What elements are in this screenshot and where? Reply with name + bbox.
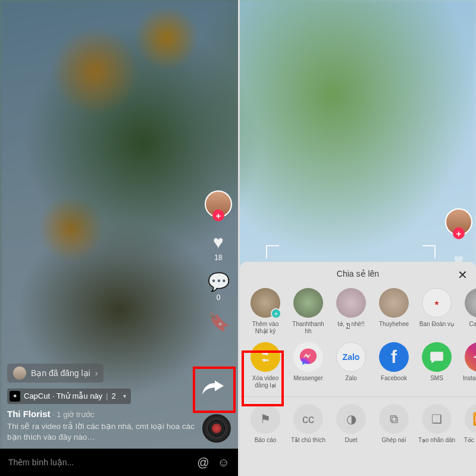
contact-item[interactable]: Thuyhehee xyxy=(374,288,414,335)
capcut-icon: ✦ xyxy=(10,391,20,402)
contact-item[interactable]: ★ Ban Đoàn vụ xyxy=(417,288,456,335)
sticker-button[interactable]: ❏ Tạo nhãn dán xyxy=(417,404,456,451)
timestamp: 1 giờ trước xyxy=(57,410,94,419)
share-messenger[interactable]: Messenger xyxy=(289,342,328,389)
video-description: Thi sẽ ra video trả lời các bạn nhá, cmt… xyxy=(7,421,196,443)
remove-repost-highlight xyxy=(242,350,284,406)
sheet-title: Chia sẻ lên xyxy=(337,269,379,278)
report-button[interactable]: ⚑ Báo cáo xyxy=(246,404,285,451)
mention-icon[interactable]: @ xyxy=(197,456,209,469)
capcut-label: CapCut · Thử mẫu này xyxy=(24,392,102,400)
comment-bar[interactable]: Thêm bình luận... @ ☺ xyxy=(0,449,238,476)
speed-icon: ⏩ xyxy=(465,404,476,434)
follow-plus-icon[interactable]: + xyxy=(453,227,465,239)
speed-button[interactable]: ⏩ Tốc đ phát l xyxy=(460,404,476,451)
like-count: 18 xyxy=(214,253,222,262)
repost-avatar xyxy=(13,367,26,380)
repost-label: Bạn đã đăng lại xyxy=(31,368,90,378)
author-avatar[interactable]: + xyxy=(205,190,232,218)
focus-bracket xyxy=(422,245,436,258)
right-screenshot: + ♥ Chia sẻ lên ✕ + Thêm vào Nhật ký Tha… xyxy=(240,0,476,476)
add-badge-icon: + xyxy=(271,308,281,319)
zalo-icon: Zalo xyxy=(336,342,366,372)
facebook-icon: f xyxy=(379,342,409,372)
left-screenshot: + ♥ 18 💬 0 🔖 Bạn đã đăng lại › ✦ CapCut … xyxy=(0,0,238,476)
instagram-icon xyxy=(465,342,476,372)
video-meta: Bạn đã đăng lại › ✦ CapCut · Thử mẫu này… xyxy=(7,364,196,443)
duet-icon: ◑ xyxy=(336,404,366,434)
focus-bracket xyxy=(266,245,279,258)
messenger-icon xyxy=(293,342,323,372)
action-rail-right: + ♥ xyxy=(445,208,472,270)
chevron-right-icon: › xyxy=(95,368,98,378)
sms-icon xyxy=(422,342,452,372)
close-icon[interactable]: ✕ xyxy=(458,268,468,282)
music-disc[interactable] xyxy=(202,414,231,443)
contact-item[interactable]: CaTuon xyxy=(460,288,476,335)
repost-tag[interactable]: Bạn đã đăng lại › xyxy=(7,364,104,383)
share-actions-row: ⚑ Báo cáo cc Tắt chú thích ◑ Duet ⧉ Ghép… xyxy=(240,402,476,456)
comment-icon[interactable]: 💬 xyxy=(208,271,230,292)
share-zalo[interactable]: Zalo Zalo xyxy=(331,342,371,389)
comment-placeholder: Thêm bình luận... xyxy=(8,458,74,467)
capcut-chip[interactable]: ✦ CapCut · Thử mẫu này | 2 ▾ xyxy=(7,389,131,404)
username[interactable]: Thi Florist xyxy=(7,409,51,419)
chevron-down-icon: ▾ xyxy=(123,393,126,399)
contact-item[interactable]: Thanhthanh hh xyxy=(289,288,328,335)
stitch-icon: ⧉ xyxy=(379,404,409,434)
comment-count: 0 xyxy=(217,293,221,302)
sticker-icon: ❏ xyxy=(422,404,452,434)
flag-icon: ⚑ xyxy=(250,404,280,434)
emoji-icon[interactable]: ☺ xyxy=(218,456,230,469)
bookmark-icon[interactable]: 🔖 xyxy=(208,311,230,332)
share-facebook[interactable]: f Facebook xyxy=(374,342,414,389)
stitch-button[interactable]: ⧉ Ghép nối xyxy=(374,404,414,451)
follow-plus-icon[interactable]: + xyxy=(212,209,224,221)
contact-item[interactable]: tớ, ຖຼ nhè!! xyxy=(331,288,371,335)
share-contacts-row: + Thêm vào Nhật ký Thanhthanh hh tớ, ຖຼ … xyxy=(240,286,476,340)
capcut-views: 2 xyxy=(111,392,115,400)
share-instagram[interactable]: Instagr Direc xyxy=(460,342,476,389)
like-icon[interactable]: ♥ xyxy=(213,232,224,252)
share-add-to-diary[interactable]: + Thêm vào Nhật ký xyxy=(246,288,285,335)
share-sms[interactable]: SMS xyxy=(417,342,456,389)
captions-off-button[interactable]: cc Tắt chú thích xyxy=(289,404,328,451)
author-avatar[interactable]: + xyxy=(445,208,472,236)
duet-button[interactable]: ◑ Duet xyxy=(331,404,371,451)
sheet-title-bar: Chia sẻ lên ✕ xyxy=(240,262,476,286)
action-rail: + ♥ 18 💬 0 🔖 xyxy=(205,190,232,342)
share-highlight xyxy=(193,367,236,413)
captions-icon: cc xyxy=(293,404,323,434)
